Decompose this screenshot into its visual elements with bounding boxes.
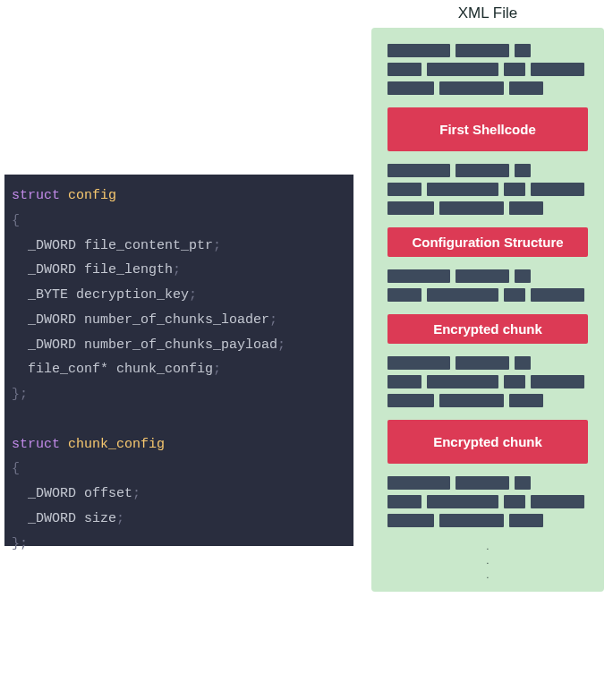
xml-content-placeholder xyxy=(387,269,588,302)
xml-content-placeholder xyxy=(387,44,588,95)
field-name: number_of_chunks_payload xyxy=(84,337,277,353)
field-name: file_content_ptr xyxy=(84,238,213,253)
field-type: _DWORD xyxy=(28,238,76,253)
keyword-struct: struct xyxy=(12,437,60,452)
brace-open: { xyxy=(12,461,20,476)
xml-content-placeholder xyxy=(387,164,588,215)
field-type: _DWORD xyxy=(28,511,76,526)
xml-file-title: XML File xyxy=(362,4,613,22)
field-type: _DWORD xyxy=(28,262,76,277)
brace-close: }; xyxy=(12,536,28,551)
struct-name-chunk-config: chunk_config xyxy=(68,437,165,452)
field-type: _DWORD xyxy=(28,486,76,501)
keyword-struct: struct xyxy=(12,188,60,203)
field-name: chunk_config xyxy=(116,362,213,377)
field-name: offset xyxy=(84,486,132,501)
field-type: _DWORD xyxy=(28,337,76,353)
xml-section-config-structure: Configuration Structure xyxy=(387,227,588,257)
field-name: size xyxy=(84,511,116,526)
ellipsis-icon: ... xyxy=(387,540,588,583)
field-name: number_of_chunks_loader xyxy=(84,312,269,328)
xml-section-encrypted-chunk: Encrypted chunk xyxy=(387,420,588,464)
code-block: struct config { _DWORD file_content_ptr;… xyxy=(4,175,353,546)
xml-file-diagram: First Shellcode Configuration Structure … xyxy=(371,28,604,592)
field-name: decryption_key xyxy=(76,287,189,303)
xml-section-encrypted-chunk: Encrypted chunk xyxy=(387,314,588,344)
field-type: _BYTE xyxy=(28,287,68,303)
field-type: file_conf* xyxy=(28,362,108,377)
xml-section-first-shellcode: First Shellcode xyxy=(387,107,588,151)
brace-open: { xyxy=(12,213,20,228)
field-name: file_length xyxy=(84,262,173,277)
struct-name-config: config xyxy=(68,188,116,203)
xml-content-placeholder xyxy=(387,356,588,407)
field-type: _DWORD xyxy=(28,312,76,328)
brace-close: }; xyxy=(12,387,28,402)
xml-content-placeholder xyxy=(387,476,588,527)
